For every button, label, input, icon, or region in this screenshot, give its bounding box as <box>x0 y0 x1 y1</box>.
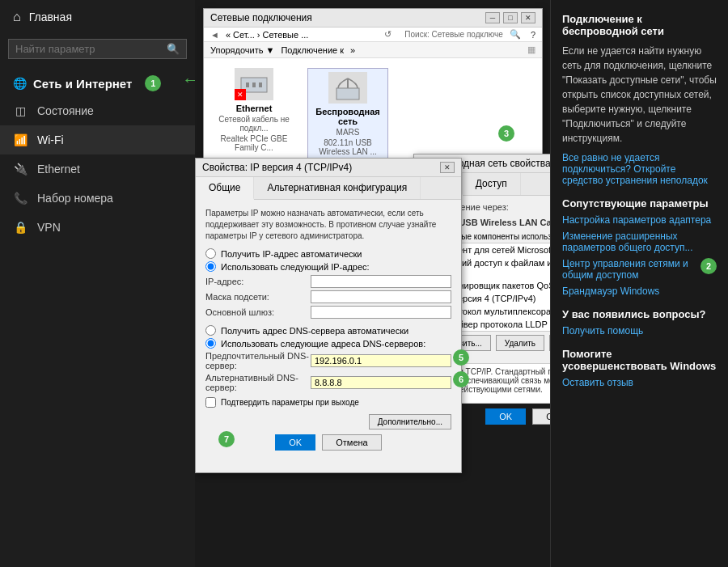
more-btn[interactable]: » <box>350 45 355 55</box>
search-icon: 🔍 <box>167 43 180 55</box>
right-link7[interactable]: Оставить отзыв <box>562 377 717 388</box>
ethernet-adapter-subdesc: Realtek PCIe GBE Family C... <box>214 134 294 152</box>
sidebar-section-network[interactable]: 🌐 Сеть и Интернет ← 1 <box>0 64 195 96</box>
ip-props-window[interactable]: Свойства: IP версия 4 (TCP/IPv4) ✕ Общие… <box>195 158 462 473</box>
refresh-icon[interactable]: ↺ <box>384 29 392 40</box>
search-btn[interactable]: 🔍 <box>510 29 521 40</box>
ip-address-row: IP-адрес: <box>205 275 451 288</box>
gateway-input[interactable] <box>311 306 451 319</box>
sidebar-item-ethernet[interactable]: 🔌 Ethernet <box>0 154 195 184</box>
wireless-adapter-icon <box>328 72 367 104</box>
svg-rect-2 <box>252 83 256 87</box>
right-link1[interactable]: Все равно не удается подключиться? Откро… <box>562 152 717 186</box>
right-link6[interactable]: Получить помощь <box>562 325 717 336</box>
ip-tab-alt[interactable]: Альтернативная конфигурация <box>254 177 421 199</box>
right-link5[interactable]: Брандмауэр Windows <box>562 286 717 297</box>
svg-text:✕: ✕ <box>239 89 244 96</box>
minimize-btn[interactable]: ─ <box>485 12 500 23</box>
right-section3-title: У вас появились вопросы? <box>562 308 717 320</box>
network-icon: 🌐 <box>13 77 27 90</box>
search-box[interactable]: 🔍 <box>8 39 187 59</box>
badge-1: 1 <box>145 75 161 91</box>
right-section1-text: Если не удается найти нужную сеть для по… <box>562 44 717 146</box>
win-controls[interactable]: ─ □ ✕ <box>485 12 535 23</box>
sidebar-item-wifi[interactable]: 📶 Wi-Fi <box>0 125 195 154</box>
back-icon[interactable]: ◄ <box>210 30 219 40</box>
right-section4-title: Помогите усовершенствовать Windows <box>562 348 717 372</box>
manual-dns-row[interactable]: Использовать следующие адреса DNS-сервер… <box>205 338 451 349</box>
ip-address-input[interactable] <box>311 275 451 288</box>
confirm-label: Подтвердить параметры при выходе <box>221 398 359 407</box>
wireless-cancel-btn[interactable]: Отмена <box>532 408 550 425</box>
alternate-dns-label: Альтернативный DNS-сервер: <box>205 373 311 392</box>
sidebar-item-vpn-label: VPN <box>37 221 61 234</box>
ip-address-label: IP-адрес: <box>205 277 311 286</box>
organize-btn[interactable]: Упорядочить ▼ <box>210 45 274 55</box>
maximize-btn[interactable]: □ <box>503 12 518 23</box>
auto-ip-row[interactable]: Получить IP-адрес автоматически <box>205 248 451 259</box>
right-link2[interactable]: Настройка параметров адаптера <box>562 214 717 226</box>
ethernet-adapter-icon: ✕ <box>235 68 273 100</box>
manual-dns-label: Использовать следующие адреса DNS-сервер… <box>221 339 425 349</box>
state-icon: ◫ <box>13 104 28 117</box>
help-btn[interactable]: ? <box>531 30 535 40</box>
adapter-ethernet[interactable]: ✕ Ethernet Сетевой кабель не подкл... Re… <box>214 68 294 160</box>
right-section2-title: Сопутствующие параметры <box>562 197 717 209</box>
right-panel: Подключение к беспроводной сети Если не … <box>550 0 728 567</box>
sidebar-item-vpn[interactable]: 🔒 VPN <box>0 213 195 242</box>
connect-btn[interactable]: Подключение к <box>281 45 344 55</box>
gateway-row: Основной шлюз: <box>205 306 451 319</box>
sidebar-item-state[interactable]: ◫ Состояние <box>0 96 195 125</box>
view-icon[interactable]: ▦ <box>527 44 535 55</box>
svg-rect-3 <box>259 83 262 87</box>
sidebar-item-wifi-label: Wi-Fi <box>37 133 64 146</box>
sidebar-item-dialup[interactable]: 📞 Набор номера <box>0 184 195 213</box>
advanced-btn[interactable]: Дополнительно... <box>369 414 451 429</box>
ip-tabs: Общие Альтернативная конфигурация <box>196 177 461 200</box>
right-section1-title: Подключение к беспроводной сети <box>562 13 717 37</box>
manual-ip-label: Использовать следующий IP-адрес: <box>221 262 370 272</box>
auto-ip-label: Получить IP-адрес автоматически <box>221 249 362 259</box>
sidebar-item-dialup-label: Набор номера <box>37 192 113 205</box>
right-link3[interactable]: Изменение расширенных параметров общего … <box>562 231 717 253</box>
ip-radio-group: Получить IP-адрес автоматически Использо… <box>205 248 451 272</box>
ip-description: Параметры IP можно назначать автоматичес… <box>205 208 451 242</box>
manual-ip-row[interactable]: Использовать следующий IP-адрес: <box>205 261 451 272</box>
overlay-container: Сетевые подключения ─ □ ✕ ◄ « Сет... › С… <box>195 0 550 567</box>
ip-cancel-btn[interactable]: Отмена <box>322 434 381 451</box>
wireless-ok-btn[interactable]: OK <box>485 408 526 425</box>
dialup-icon: 📞 <box>13 192 28 205</box>
auto-dns-row[interactable]: Получить адрес DNS-сервера автоматически <box>205 325 451 336</box>
home-icon: ⌂ <box>13 10 21 24</box>
ip-tab-general[interactable]: Общие <box>196 177 254 200</box>
adapter-wireless[interactable]: Беспроводная сеть MARS 802.11n USB Wirel… <box>307 68 388 160</box>
ethernet-adapter-desc: Сетевой кабель не подкл... <box>214 115 294 133</box>
ip-content: Параметры IP можно назначать автоматичес… <box>196 200 461 459</box>
wifi-icon: 📶 <box>13 133 28 146</box>
properties-btn[interactable]: Свойства <box>549 335 550 351</box>
close-btn[interactable]: ✕ <box>521 12 535 23</box>
right-link4[interactable]: Центр управления сетями и общим доступом <box>562 258 697 281</box>
sidebar: ⌂ Главная 🔍 🌐 Сеть и Интернет ← 1 ◫ Сост… <box>0 0 195 567</box>
home-label: Главная <box>29 11 72 23</box>
dns-section: Получить адрес DNS-сервера автоматически… <box>205 325 451 349</box>
preferred-dns-label: Предпочтительный DNS-сервер: <box>205 351 311 370</box>
subnet-label: Маска подсети: <box>205 292 311 302</box>
net-connections-titlebar: Сетевые подключения ─ □ ✕ <box>204 9 542 28</box>
preferred-dns-row: Предпочтительный DNS-сервер: 5 <box>205 351 451 370</box>
net-connections-title: Сетевые подключения <box>210 12 312 23</box>
ethernet-adapter-name: Ethernet <box>236 104 273 113</box>
uninstall-btn[interactable]: Удалить <box>496 335 544 351</box>
preferred-dns-input[interactable] <box>311 354 451 367</box>
alternate-dns-input[interactable] <box>311 376 451 389</box>
ip-close-btn[interactable]: ✕ <box>440 162 455 173</box>
confirm-checkbox[interactable] <box>205 397 216 408</box>
confirm-checkbox-row[interactable]: Подтвердить параметры при выходе <box>205 397 451 408</box>
search-input[interactable] <box>15 43 167 55</box>
sidebar-header[interactable]: ⌂ Главная <box>0 0 195 34</box>
subnet-input[interactable] <box>311 290 451 303</box>
tab-access[interactable]: Доступ <box>463 173 521 195</box>
main-content: Wi-Fi Беспроводная сеть Вкл. Показ... Св… <box>195 0 550 567</box>
ethernet-icon: 🔌 <box>13 163 28 176</box>
ip-ok-btn[interactable]: OK <box>275 434 315 451</box>
